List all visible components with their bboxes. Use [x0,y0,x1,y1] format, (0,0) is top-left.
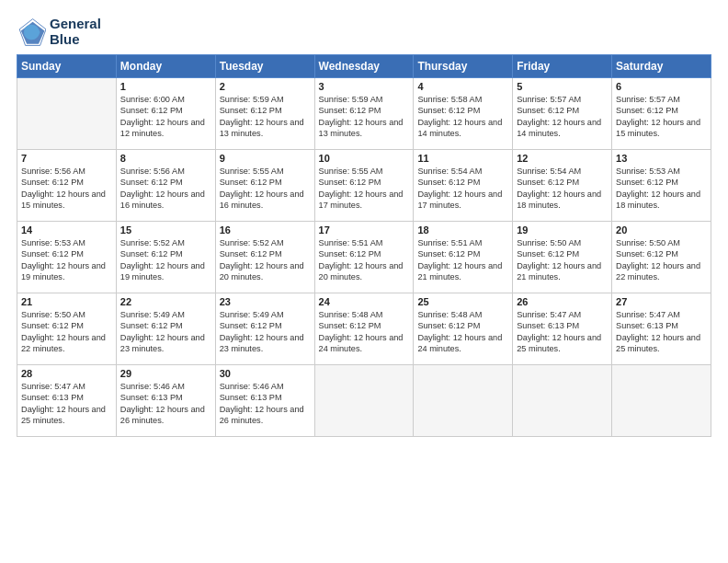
day-info: Sunrise: 5:55 AMSunset: 6:12 PMDaylight:… [220,166,311,212]
day-number: 12 [517,153,608,164]
day-number: 29 [120,368,211,379]
weekday-header-friday: Friday [513,55,612,78]
day-number: 17 [319,224,410,236]
day-number: 16 [220,224,311,236]
calendar-cell: 23 Sunrise: 5:49 AMSunset: 6:12 PMDaylig… [215,293,314,365]
day-number: 19 [517,224,608,236]
day-number: 25 [417,296,508,307]
day-info: Sunrise: 5:59 AMSunset: 6:12 PMDaylight:… [220,94,311,140]
day-info: Sunrise: 5:46 AMSunset: 6:13 PMDaylight:… [220,381,311,427]
logo-icon [17,17,46,47]
week-row-5: 28 Sunrise: 5:47 AMSunset: 6:13 PMDaylig… [17,365,711,437]
day-info: Sunrise: 6:00 AMSunset: 6:12 PMDaylight:… [120,94,211,140]
day-info: Sunrise: 5:49 AMSunset: 6:12 PMDaylight:… [120,309,211,355]
calendar-cell: 28 Sunrise: 5:47 AMSunset: 6:13 PMDaylig… [17,365,117,437]
calendar-cell [513,365,612,437]
day-info: Sunrise: 5:49 AMSunset: 6:12 PMDaylight:… [220,309,311,355]
calendar-cell: 25 Sunrise: 5:48 AMSunset: 6:12 PMDaylig… [414,293,513,365]
calendar-table: SundayMondayTuesdayWednesdayThursdayFrid… [17,54,711,437]
calendar-cell: 19 Sunrise: 5:50 AMSunset: 6:12 PMDaylig… [513,222,612,293]
calendar-cell: 21 Sunrise: 5:50 AMSunset: 6:12 PMDaylig… [17,293,117,365]
day-number: 24 [319,296,410,307]
day-number: 4 [417,81,508,92]
day-number: 30 [220,368,311,379]
day-info: Sunrise: 5:53 AMSunset: 6:12 PMDaylight:… [21,237,112,283]
weekday-header-tuesday: Tuesday [215,55,314,78]
calendar-cell: 3 Sunrise: 5:59 AMSunset: 6:12 PMDayligh… [314,78,414,150]
calendar-cell: 29 Sunrise: 5:46 AMSunset: 6:13 PMDaylig… [116,365,215,437]
calendar-cell: 11 Sunrise: 5:54 AMSunset: 6:12 PMDaylig… [414,150,513,222]
day-number: 20 [616,224,707,236]
day-info: Sunrise: 5:48 AMSunset: 6:12 PMDaylight:… [319,309,410,355]
day-info: Sunrise: 5:54 AMSunset: 6:12 PMDaylight:… [417,166,508,212]
day-info: Sunrise: 5:56 AMSunset: 6:12 PMDaylight:… [21,166,112,212]
day-number: 21 [21,296,112,307]
day-number: 27 [616,296,707,307]
day-info: Sunrise: 5:50 AMSunset: 6:12 PMDaylight:… [616,237,707,283]
calendar-cell: 8 Sunrise: 5:56 AMSunset: 6:12 PMDayligh… [116,150,215,222]
day-info: Sunrise: 5:47 AMSunset: 6:13 PMDaylight:… [517,309,608,355]
day-number: 22 [120,296,211,307]
calendar-cell [17,78,117,150]
day-number: 28 [21,368,112,379]
weekday-header-thursday: Thursday [414,55,513,78]
day-number: 1 [120,81,211,92]
day-info: Sunrise: 5:52 AMSunset: 6:12 PMDaylight:… [120,237,211,283]
week-row-2: 7 Sunrise: 5:56 AMSunset: 6:12 PMDayligh… [17,150,711,222]
calendar-cell: 1 Sunrise: 6:00 AMSunset: 6:12 PMDayligh… [116,78,215,150]
calendar-cell: 2 Sunrise: 5:59 AMSunset: 6:12 PMDayligh… [215,78,314,150]
day-number: 3 [319,81,410,92]
calendar-cell: 14 Sunrise: 5:53 AMSunset: 6:12 PMDaylig… [17,222,117,293]
day-info: Sunrise: 5:53 AMSunset: 6:12 PMDaylight:… [616,166,707,212]
weekday-header-monday: Monday [116,55,215,78]
calendar-cell: 13 Sunrise: 5:53 AMSunset: 6:12 PMDaylig… [612,150,711,222]
calendar-cell: 24 Sunrise: 5:48 AMSunset: 6:12 PMDaylig… [314,293,414,365]
calendar-cell: 30 Sunrise: 5:46 AMSunset: 6:13 PMDaylig… [215,365,314,437]
calendar-cell: 16 Sunrise: 5:52 AMSunset: 6:12 PMDaylig… [215,222,314,293]
page: General Blue SundayMondayTuesdayWednesda… [0,0,728,563]
calendar-cell [314,365,414,437]
day-info: Sunrise: 5:57 AMSunset: 6:12 PMDaylight:… [616,94,707,140]
calendar-cell: 10 Sunrise: 5:55 AMSunset: 6:12 PMDaylig… [314,150,414,222]
day-info: Sunrise: 5:59 AMSunset: 6:12 PMDaylight:… [319,94,410,140]
day-number: 10 [319,153,410,164]
header: General Blue [17,17,711,47]
day-info: Sunrise: 5:47 AMSunset: 6:13 PMDaylight:… [616,309,707,355]
day-number: 11 [417,153,508,164]
calendar-cell: 15 Sunrise: 5:52 AMSunset: 6:12 PMDaylig… [116,222,215,293]
calendar-cell: 17 Sunrise: 5:51 AMSunset: 6:12 PMDaylig… [314,222,414,293]
day-number: 23 [220,296,311,307]
calendar-cell: 18 Sunrise: 5:51 AMSunset: 6:12 PMDaylig… [414,222,513,293]
day-number: 15 [120,224,211,236]
week-row-4: 21 Sunrise: 5:50 AMSunset: 6:12 PMDaylig… [17,293,711,365]
calendar-cell [612,365,711,437]
calendar-cell: 7 Sunrise: 5:56 AMSunset: 6:12 PMDayligh… [17,150,117,222]
day-info: Sunrise: 5:50 AMSunset: 6:12 PMDaylight:… [21,309,112,355]
weekday-header-row: SundayMondayTuesdayWednesdayThursdayFrid… [17,55,711,78]
logo-text: General Blue [50,17,101,47]
day-info: Sunrise: 5:51 AMSunset: 6:12 PMDaylight:… [417,237,508,283]
weekday-header-saturday: Saturday [612,55,711,78]
day-info: Sunrise: 5:56 AMSunset: 6:12 PMDaylight:… [120,166,211,212]
day-number: 14 [21,224,112,236]
day-info: Sunrise: 5:57 AMSunset: 6:12 PMDaylight:… [517,94,608,140]
day-number: 18 [417,224,508,236]
day-info: Sunrise: 5:51 AMSunset: 6:12 PMDaylight:… [319,237,410,283]
week-row-1: 1 Sunrise: 6:00 AMSunset: 6:12 PMDayligh… [17,78,711,150]
day-number: 7 [21,153,112,164]
day-info: Sunrise: 5:46 AMSunset: 6:13 PMDaylight:… [120,381,211,427]
calendar-cell [414,365,513,437]
day-number: 13 [616,153,707,164]
day-info: Sunrise: 5:55 AMSunset: 6:12 PMDaylight:… [319,166,410,212]
week-row-3: 14 Sunrise: 5:53 AMSunset: 6:12 PMDaylig… [17,222,711,293]
weekday-header-sunday: Sunday [17,55,117,78]
day-info: Sunrise: 5:48 AMSunset: 6:12 PMDaylight:… [417,309,508,355]
day-number: 5 [517,81,608,92]
day-number: 8 [120,153,211,164]
calendar-cell: 9 Sunrise: 5:55 AMSunset: 6:12 PMDayligh… [215,150,314,222]
day-number: 9 [220,153,311,164]
day-info: Sunrise: 5:50 AMSunset: 6:12 PMDaylight:… [517,237,608,283]
weekday-header-wednesday: Wednesday [314,55,414,78]
day-number: 6 [616,81,707,92]
calendar-cell: 22 Sunrise: 5:49 AMSunset: 6:12 PMDaylig… [116,293,215,365]
